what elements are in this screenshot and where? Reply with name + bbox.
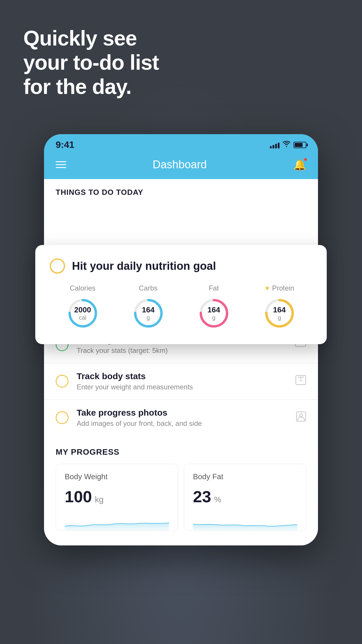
notification-dot (303, 158, 307, 162)
battery-icon (294, 142, 306, 148)
carbs-value: 164 (142, 305, 154, 314)
body-fat-card[interactable]: Body Fat 23 % (184, 464, 306, 531)
hero-text: Quickly see your to-do list for the day. (23, 26, 159, 99)
body-fat-graph (193, 513, 297, 531)
nutrition-fat: Fat 164 g (196, 284, 231, 331)
todo-item-photos[interactable]: Take progress photos Add images of your … (44, 399, 318, 436)
body-weight-value: 100 (65, 487, 92, 506)
carbs-unit: g (142, 314, 154, 321)
nutrition-card-title: Hit your daily nutrition goal (72, 260, 216, 272)
notification-bell[interactable]: 🔔 (293, 159, 306, 171)
protein-unit: g (273, 314, 286, 321)
body-weight-card[interactable]: Body Weight 100 kg (56, 464, 178, 531)
things-to-do-header: THINGS TO DO TODAY (44, 179, 318, 202)
fat-unit: g (208, 314, 220, 321)
fat-label: Fat (209, 284, 219, 292)
body-fat-unit: % (214, 495, 221, 504)
body-weight-graph (65, 513, 169, 531)
nutrition-checkbox[interactable] (50, 258, 65, 274)
hero-line3: for the day. (23, 75, 159, 99)
todo-subtitle-body-stats: Enter your weight and measurements (77, 383, 287, 391)
body-fat-title: Body Fat (193, 472, 297, 481)
todo-title-photos: Take progress photos (77, 408, 288, 418)
nutrition-protein: ★ Protein 164 g (262, 284, 297, 331)
nutrition-carbs: Carbs 164 g (131, 284, 166, 331)
body-fat-value: 23 (193, 487, 211, 506)
body-weight-unit: kg (95, 495, 103, 504)
svg-point-2 (300, 414, 303, 416)
fat-value: 164 (208, 305, 220, 314)
todo-subtitle-running: Track your stats (target: 5km) (77, 346, 287, 355)
calories-chart: 2000 cal (65, 296, 100, 331)
protein-value: 164 (273, 305, 286, 314)
svg-rect-0 (296, 375, 306, 385)
status-icons (270, 141, 306, 149)
progress-header: MY PROGRESS (56, 447, 306, 457)
person-icon (296, 411, 306, 424)
calories-label: Calories (70, 284, 95, 292)
todo-title-body-stats: Track body stats (77, 371, 287, 381)
dashboard-content: THINGS TO DO TODAY Running Track your st… (44, 179, 318, 545)
calories-unit: cal (74, 314, 91, 321)
body-weight-title: Body Weight (65, 472, 169, 481)
status-time: 9:41 (56, 139, 74, 150)
todo-checkbox-photos[interactable] (56, 411, 68, 424)
hamburger-menu[interactable] (56, 161, 66, 168)
status-bar: 9:41 (44, 134, 318, 153)
fat-chart: 164 g (196, 296, 231, 331)
carbs-label: Carbs (139, 284, 157, 292)
nutrition-card: Hit your daily nutrition goal Calories 2… (35, 245, 327, 344)
nutrition-circles: Calories 2000 cal Carbs (50, 284, 312, 331)
progress-section: MY PROGRESS Body Weight 100 kg (44, 436, 318, 545)
wifi-icon (282, 141, 291, 149)
nav-bar: Dashboard 🔔 (44, 153, 318, 179)
protein-chart: 164 g (262, 296, 297, 331)
nav-title: Dashboard (153, 158, 207, 171)
calories-value: 2000 (74, 305, 91, 314)
todo-subtitle-photos: Add images of your front, back, and side (77, 419, 288, 428)
progress-cards: Body Weight 100 kg (56, 464, 306, 531)
protein-label: ★ Protein (264, 284, 294, 292)
carbs-chart: 164 g (131, 296, 166, 331)
signal-icon (270, 141, 280, 148)
scale-icon (295, 375, 306, 388)
hero-line1: Quickly see (23, 26, 159, 50)
todo-item-body-stats[interactable]: Track body stats Enter your weight and m… (44, 363, 318, 399)
nutrition-calories: Calories 2000 cal (65, 284, 100, 331)
star-icon: ★ (264, 284, 270, 292)
hero-line2: your to-do list (23, 50, 159, 75)
todo-checkbox-body-stats[interactable] (56, 375, 68, 388)
